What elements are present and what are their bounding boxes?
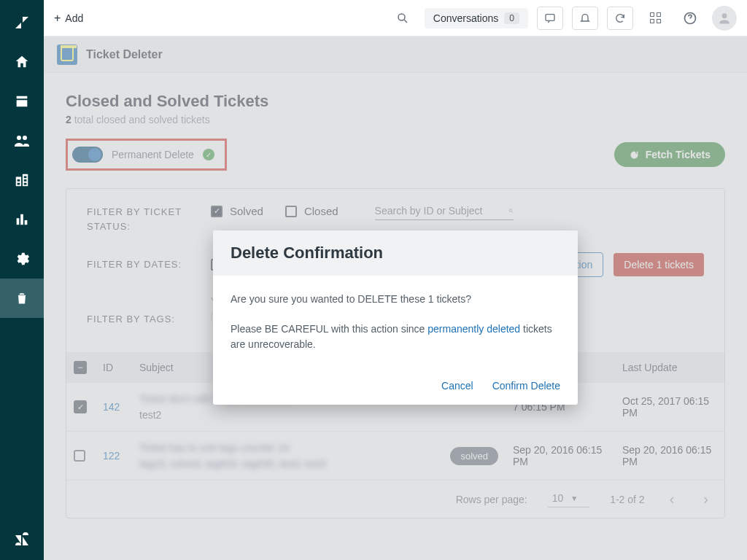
modal-message-1: Are you sure you wanted to DELETE these … [231, 292, 560, 307]
top-bar: + Add Conversations 0 [44, 0, 747, 36]
conversations-button[interactable]: Conversations 0 [425, 8, 528, 28]
nav-org-icon[interactable] [0, 160, 44, 200]
refresh-icon[interactable] [607, 7, 633, 30]
nav-people-icon[interactable] [0, 121, 44, 160]
svg-point-4 [722, 13, 727, 18]
conversations-label: Conversations [433, 12, 499, 24]
svg-rect-2 [546, 14, 554, 20]
apps-icon[interactable] [642, 7, 668, 30]
avatar[interactable] [712, 6, 737, 31]
bell-icon[interactable] [572, 7, 598, 30]
chat-icon[interactable] [537, 7, 563, 30]
plus-icon: + [54, 12, 61, 25]
cancel-button[interactable]: Cancel [441, 380, 473, 392]
nav-settings-icon[interactable] [0, 239, 44, 279]
nav-reports-icon[interactable] [0, 200, 44, 239]
add-button-label: Add [65, 12, 83, 24]
delete-confirmation-modal: Delete Confirmation Are you sure you wan… [213, 230, 578, 405]
confirm-delete-button[interactable]: Confirm Delete [492, 380, 560, 392]
svg-point-0 [398, 14, 405, 20]
permanently-deleted-link[interactable]: permanently deleted [427, 323, 520, 335]
main-column: + Add Conversations 0 Ti [44, 0, 747, 560]
nav-inbox-icon[interactable] [0, 82, 44, 121]
conversations-count: 0 [504, 12, 519, 24]
modal-message-2: Please BE CAREFUL with this action since… [231, 322, 560, 352]
nav-delete-icon[interactable] [0, 279, 44, 318]
help-icon[interactable] [677, 7, 703, 30]
nav-logo[interactable] [0, 3, 44, 42]
add-button[interactable]: + Add [54, 12, 83, 25]
nav-rail [0, 0, 44, 560]
svg-line-1 [404, 20, 407, 23]
nav-home-icon[interactable] [0, 42, 44, 82]
search-icon[interactable] [390, 7, 416, 30]
modal-title: Delete Confirmation [213, 230, 578, 276]
nav-zendesk-icon[interactable] [0, 521, 44, 560]
